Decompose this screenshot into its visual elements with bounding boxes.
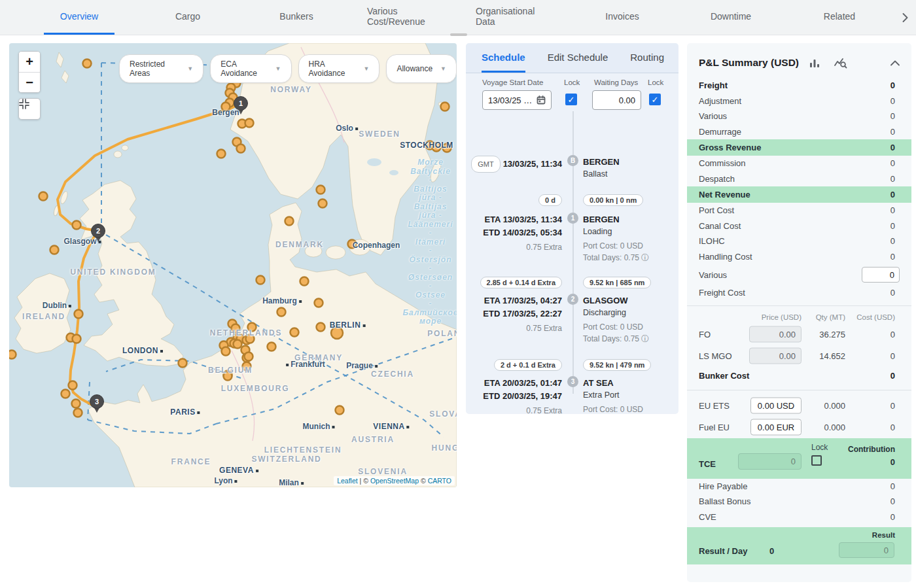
stop-total-days: Total Days: 0.75ⓘ bbox=[583, 252, 649, 264]
voyage-start-date-input[interactable]: 13/03/25 … bbox=[482, 90, 552, 110]
fuel-cost: 0 bbox=[890, 351, 895, 361]
collapse-panel-chevron-icon[interactable] bbox=[890, 60, 900, 66]
timeline-node-1: 1 bbox=[567, 213, 578, 224]
eu-price-input[interactable] bbox=[750, 419, 802, 436]
carto-link[interactable]: CARTO bbox=[428, 477, 451, 485]
stop-details[interactable]: BERGENBallast bbox=[583, 156, 620, 181]
map-filter-restricted-areas[interactable]: Restricted Areas▼ bbox=[119, 54, 203, 83]
compress-icon bbox=[19, 99, 29, 109]
pnl-row-canal-cost: Canal Cost0 bbox=[687, 218, 911, 234]
svg-text:3: 3 bbox=[95, 398, 99, 406]
duration-pill: 0 d bbox=[538, 194, 562, 206]
pnl-row-freight: Freight0 bbox=[687, 78, 911, 94]
fit-bounds-button[interactable] bbox=[18, 98, 41, 120]
leaflet-link[interactable]: Leaflet bbox=[337, 477, 358, 485]
stop-port-cost: Port Cost: 0 USD bbox=[583, 240, 649, 252]
danish-island bbox=[326, 246, 345, 259]
zoom-out-button[interactable]: − bbox=[19, 72, 40, 92]
tabs-overflow-chevron-icon[interactable] bbox=[894, 0, 916, 35]
eu-price-input[interactable] bbox=[750, 398, 802, 414]
chevron-down-icon: ▼ bbox=[440, 65, 446, 72]
pnl-row-demurrage: Demurrage0 bbox=[687, 124, 911, 140]
schedule-tab-edit-schedule[interactable]: Edit Schedule bbox=[548, 43, 608, 73]
stop-activity: Ballast bbox=[583, 168, 620, 181]
map-attribution: Leaflet | © OpenStreetMap © CARTO bbox=[334, 476, 455, 485]
stop-eta: ETA 20/03/25, 01:47 bbox=[483, 377, 562, 390]
pnl-row-value: 0 bbox=[890, 252, 895, 262]
fuel-price-input[interactable] bbox=[749, 326, 802, 343]
stop-port-name: BERGEN bbox=[583, 213, 649, 226]
pnl-row-commission: Commission0 bbox=[687, 156, 911, 171]
stop-details[interactable]: AT SEAExtra PortPort Cost: 0 USDTotal Da… bbox=[583, 377, 649, 414]
map-filter-hra-avoidance[interactable]: HRA Avoidance▼ bbox=[298, 54, 380, 83]
stop-details[interactable]: BERGENLoadingPort Cost: 0 USDTotal Days:… bbox=[583, 213, 649, 264]
leg-duration-pill: 0 d bbox=[538, 194, 562, 206]
fuel-cost: 0 bbox=[890, 330, 895, 339]
tce-label: TCE bbox=[699, 459, 716, 469]
info-icon[interactable]: ⓘ bbox=[641, 334, 649, 343]
voyage-start-lock-checkbox[interactable]: ✓ bbox=[565, 94, 577, 105]
tce-lock-checkbox[interactable] bbox=[811, 455, 822, 466]
tabbar-scroll-thumb[interactable] bbox=[450, 33, 467, 36]
map-filter-allowance[interactable]: Allowance▼ bbox=[386, 54, 457, 83]
result-input[interactable] bbox=[839, 542, 894, 558]
zoom-in-button[interactable]: + bbox=[19, 52, 40, 72]
pnl-row-label: Adjustment bbox=[699, 96, 890, 106]
danish-island bbox=[305, 245, 322, 257]
chevron-down-icon: ▼ bbox=[275, 65, 281, 72]
waiting-days-input[interactable]: 0.00 bbox=[592, 90, 641, 110]
various-cost-input[interactable] bbox=[862, 267, 900, 283]
pnl-row-value: 0 bbox=[890, 236, 895, 246]
stop-details[interactable]: GLASGOWDischargingPort Cost: 0 USDTotal … bbox=[583, 294, 649, 345]
result-header: Result bbox=[872, 531, 895, 539]
pnl-row-label: Freight bbox=[699, 80, 890, 90]
pnl-row-value: 0 bbox=[890, 80, 895, 90]
stop-port-name: AT SEA bbox=[583, 377, 649, 389]
tab-cargo[interactable]: Cargo bbox=[133, 0, 242, 35]
map-filter-eca-avoidance[interactable]: ECA Avoidance▼ bbox=[210, 54, 291, 83]
voyage-map[interactable]: 123 NORWAYSWEDENDENMARKUNITED KINGDOMIRE… bbox=[9, 43, 457, 487]
stop-times: ETA 20/03/25, 01:47ETD 20/03/25, 19:470.… bbox=[483, 377, 562, 414]
stop-time: GMT13/03/25, 11:34 bbox=[471, 156, 562, 173]
lock-label-2: Lock bbox=[648, 78, 663, 86]
top-tab-bar: OverviewCargoBunkersVarious Cost/Revenue… bbox=[0, 0, 916, 35]
pnl-row-value: 0 bbox=[890, 288, 895, 298]
svg-text:1: 1 bbox=[239, 99, 243, 107]
pnl-row-various: Various bbox=[687, 264, 911, 285]
pnl-row-label: CVE bbox=[699, 512, 890, 522]
result-per-day-label: Result / Day bbox=[699, 546, 747, 556]
info-icon[interactable]: ⓘ bbox=[641, 253, 649, 262]
filter-label: Restricted Areas bbox=[130, 60, 179, 78]
pnl-summary-panel: P&L Summary (USD) Freight0Adjustment0Var… bbox=[687, 43, 911, 582]
tab-invoices[interactable]: Invoices bbox=[568, 0, 677, 35]
tab-related[interactable]: Related bbox=[785, 0, 894, 35]
timeline-node-3: 3 bbox=[567, 376, 578, 387]
bar-chart-icon[interactable] bbox=[809, 58, 820, 68]
tab-bunkers[interactable]: Bunkers bbox=[242, 0, 351, 35]
tab-various-cost-revenue[interactable]: Various Cost/Revenue bbox=[351, 0, 459, 35]
duration-pill: 2 d + 0.1 d Extra bbox=[494, 359, 562, 371]
osm-link[interactable]: OpenStreetMap bbox=[370, 477, 419, 485]
pnl-row-cve: CVE0 bbox=[687, 510, 911, 525]
stop-port-cost: Port Cost: 0 USD bbox=[583, 321, 649, 333]
schedule-tab-schedule[interactable]: Schedule bbox=[482, 43, 525, 73]
waiting-days-label: Waiting Days bbox=[594, 78, 638, 86]
pnl-row-value: 0 bbox=[890, 496, 895, 506]
pnl-row-ilohc: ILOHC0 bbox=[687, 233, 911, 249]
tce-input[interactable] bbox=[738, 453, 802, 470]
pnl-row-label: Ballast Bonus bbox=[699, 496, 890, 506]
shetland-island bbox=[56, 52, 63, 67]
duration-pill: 2.85 d + 0.14 d Extra bbox=[480, 277, 562, 288]
analytics-chart-icon[interactable] bbox=[834, 58, 847, 69]
waiting-days-lock-checkbox[interactable]: ✓ bbox=[649, 94, 661, 105]
tab-overview[interactable]: Overview bbox=[25, 0, 133, 35]
calendar-icon[interactable] bbox=[537, 95, 546, 105]
schedule-tab-routing[interactable]: Routing bbox=[630, 43, 664, 73]
gotland-island bbox=[429, 160, 443, 183]
tab-organisational-data[interactable]: Organisational Data bbox=[459, 0, 568, 35]
fuel-price-input[interactable] bbox=[749, 348, 802, 364]
tab-downtime[interactable]: Downtime bbox=[677, 0, 785, 35]
tab-label: Various Cost/Revenue bbox=[351, 0, 459, 35]
bunker-table-header: Price (USD) Qty (MT) Cost (USD) bbox=[687, 311, 911, 324]
stop-activity: Discharging bbox=[583, 307, 649, 319]
